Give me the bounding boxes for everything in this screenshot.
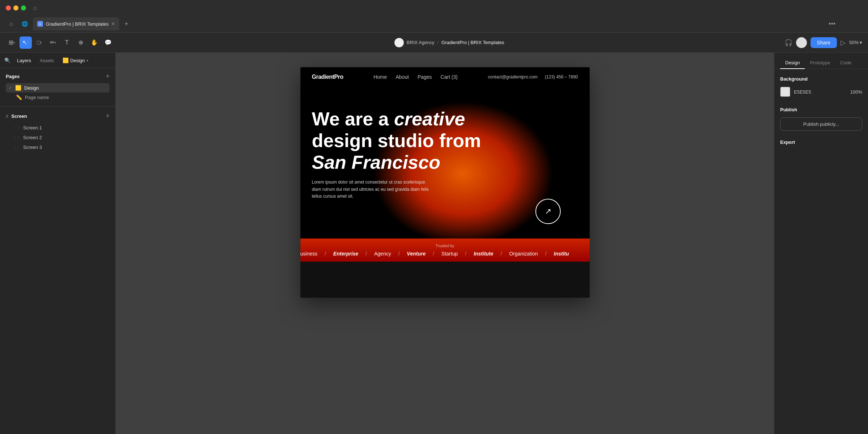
browser-chrome: ⌂ ⌂ 🌐 G GradientPro | BRIX Templates ✕ +…: [0, 0, 868, 33]
screen-group-left: # Screen: [6, 113, 27, 119]
app-main: 🔍 Layers Assets 🟨 Design ▾ Pages + ✓ 🟨 D…: [0, 53, 868, 434]
publish-publicly-button[interactable]: Publish publicly...: [780, 117, 862, 131]
workspace-avatar: [394, 38, 404, 47]
zoom-control[interactable]: 50% ▾: [849, 40, 862, 45]
layer-item-screen1[interactable]: ⋮⋮ Screen 1: [0, 123, 115, 133]
fullscreen-button[interactable]: [21, 5, 26, 10]
page-item-name[interactable]: ✏️ Page name: [6, 93, 110, 102]
pages-title: Pages: [6, 74, 20, 79]
tab-layers[interactable]: Layers: [13, 56, 35, 65]
tab-assets[interactable]: Assets: [36, 56, 57, 65]
right-panel-content: Background E5E5E5 100% Publish Publish p…: [774, 69, 868, 434]
page-edit-icon: ✏️: [16, 94, 22, 100]
right-panel-tabs: Design Prototype Code: [774, 53, 868, 69]
ticker-item-7: Institu: [554, 251, 569, 257]
pages-section: Pages + ✓ 🟨 Design ✏️ Page name: [0, 68, 115, 107]
hero-arrow-button[interactable]: ↗: [535, 199, 561, 224]
layer-screen2-name: Screen 2: [23, 135, 42, 140]
close-button[interactable]: [6, 5, 11, 10]
ticker-sep-3: /: [433, 251, 434, 257]
tab-globe-icon[interactable]: 🌐: [18, 19, 31, 29]
page-item-design[interactable]: ✓ 🟨 Design: [6, 83, 110, 93]
project-name: GradientPro | BRIX Templates: [441, 40, 504, 45]
frame-tool-button[interactable]: □ ▾: [33, 36, 46, 49]
layer-dots-icon-3: ⋮⋮: [13, 145, 20, 149]
text-tool-button[interactable]: T: [61, 36, 73, 49]
page-design-emoji-icon: 🟨: [15, 85, 21, 91]
hand-tool-button[interactable]: ✋: [88, 36, 101, 49]
panel-tabs: 🔍 Layers Assets 🟨 Design ▾: [0, 53, 115, 68]
tab-label: GradientPro | BRIX Templates: [46, 21, 109, 27]
screen-group-header[interactable]: # Screen +: [0, 109, 115, 123]
screen-group-name: Screen: [11, 113, 27, 119]
site-below-fold: [300, 262, 590, 298]
layer-screen3-name: Screen 3: [23, 145, 42, 150]
ticker-sep-2: /: [398, 251, 400, 257]
export-title: Export: [780, 139, 862, 145]
browser-more-icon[interactable]: •••: [825, 18, 839, 30]
canvas-area[interactable]: GradientPro Home About Pages Cart (3) co…: [116, 53, 774, 434]
nav-link-cart[interactable]: Cart (3): [441, 74, 458, 80]
nav-link-about[interactable]: About: [395, 74, 409, 80]
design-tab-chevron-icon: ▾: [86, 59, 88, 63]
screen-grid-icon: #: [6, 113, 8, 119]
ticker-item-3: Venture: [407, 251, 426, 257]
nav-link-pages[interactable]: Pages: [418, 74, 432, 80]
tab-home-icon[interactable]: ⌂: [6, 18, 17, 29]
site-hero: We are a creative design studio from San…: [300, 87, 590, 239]
add-layer-button[interactable]: +: [106, 112, 110, 120]
right-tab-code[interactable]: Code: [835, 57, 856, 69]
website-mockup: GradientPro Home About Pages Cart (3) co…: [300, 67, 590, 298]
headphone-icon[interactable]: 🎧: [784, 39, 792, 47]
toolbar-right: 🎧 Share ▷ 50% ▾: [784, 37, 862, 48]
browser-top-bar: ⌂: [0, 0, 868, 16]
ticker-item-4: Startup: [441, 251, 458, 257]
pen-tool-button[interactable]: ✏ ▾: [47, 36, 59, 49]
nav-link-home[interactable]: Home: [373, 74, 387, 80]
play-button[interactable]: ▷: [841, 39, 846, 47]
hero-title-line1: We are a: [312, 108, 389, 129]
left-panel: 🔍 Layers Assets 🟨 Design ▾ Pages + ✓ 🟨 D…: [0, 53, 116, 434]
layer-item-screen2[interactable]: ⋮⋮ Screen 2: [0, 133, 115, 142]
new-tab-button[interactable]: +: [121, 18, 132, 30]
site-contact-phone: (123) 456 – 7890: [545, 74, 578, 80]
hero-title: We are a creative design studio from San…: [312, 108, 493, 173]
right-tab-prototype[interactable]: Prototype: [805, 57, 835, 69]
export-section: Export: [780, 139, 862, 145]
site-nav-links: Home About Pages Cart (3): [373, 74, 458, 80]
ticker-item-2: Agency: [374, 251, 391, 257]
component-tool-button[interactable]: ⊕: [74, 36, 87, 49]
layers-section: # Screen + ⋮⋮ Screen 1 ⋮⋮ Screen 2 ⋮⋮ Sc…: [0, 107, 115, 434]
add-page-button[interactable]: +: [106, 73, 110, 80]
ticker-item-0: usiness: [300, 251, 317, 257]
ticker-item-1: Enterprise: [333, 251, 358, 257]
site-logo: GradientPro: [312, 74, 343, 80]
share-button[interactable]: Share: [811, 37, 837, 48]
ticker-sep-6: /: [545, 251, 547, 257]
home-icon[interactable]: ⌂: [30, 3, 40, 13]
tab-design[interactable]: 🟨 Design ▾: [59, 56, 91, 65]
bg-swatch-row: E5E5E5 100%: [780, 87, 862, 97]
pages-header: Pages +: [6, 73, 110, 80]
pointer-tool-button[interactable]: ↖ ▾: [20, 36, 32, 49]
bg-hex-value[interactable]: E5E5E5: [794, 89, 811, 95]
background-title: Background: [780, 76, 862, 82]
comment-tool-button[interactable]: 💬: [102, 36, 114, 49]
page-name-label: Page name: [25, 95, 49, 100]
hero-title-line2: design studio from: [312, 130, 481, 151]
active-tab[interactable]: G GradientPro | BRIX Templates ✕: [33, 17, 120, 30]
publish-title: Publish: [780, 107, 862, 112]
tab-close-icon[interactable]: ✕: [111, 21, 115, 26]
search-icon[interactable]: 🔍: [4, 57, 10, 63]
user-avatar[interactable]: [796, 37, 807, 48]
bg-opacity-value[interactable]: 100%: [850, 89, 862, 95]
bg-color-swatch[interactable]: [780, 87, 790, 97]
right-tab-design[interactable]: Design: [780, 57, 805, 69]
workspace-separator: /: [437, 40, 439, 45]
ticker-item-5: Institute: [474, 251, 493, 257]
grid-tool-button[interactable]: ⊞ ▾: [6, 36, 18, 49]
page-design-label: Design: [24, 85, 39, 91]
minimize-button[interactable]: [13, 5, 18, 10]
ticker-sep-4: /: [465, 251, 466, 257]
layer-item-screen3[interactable]: ⋮⋮ Screen 3: [0, 142, 115, 152]
